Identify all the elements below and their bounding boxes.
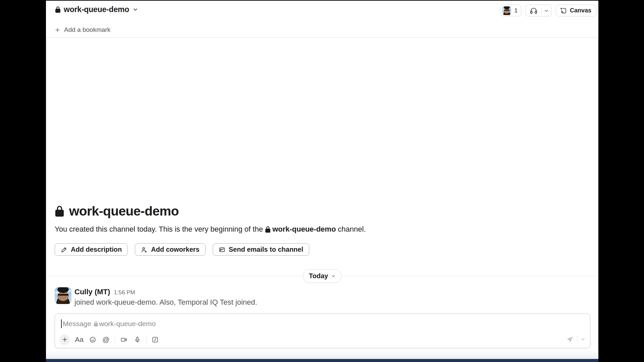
divider xyxy=(541,7,541,14)
message-body: Cully (MT) 1:56 PM joined work-queue-dem… xyxy=(74,287,257,307)
message-composer: Message work-queue-demo Aa @ xyxy=(55,313,590,348)
plus-icon xyxy=(55,27,60,33)
pencil-icon xyxy=(61,246,67,253)
at-sign-icon: @ xyxy=(102,336,109,344)
channel-title: work-queue-demo xyxy=(64,5,129,14)
plus-icon xyxy=(62,337,68,343)
mention-button[interactable]: @ xyxy=(99,334,113,345)
add-bookmark-button[interactable]: Add a bookmark xyxy=(55,26,110,34)
message-input[interactable]: Message work-queue-demo xyxy=(61,319,584,329)
channel-title-button[interactable]: work-queue-demo xyxy=(55,5,138,14)
video-camera-icon xyxy=(120,336,127,343)
canvas-icon xyxy=(560,7,567,14)
date-divider: Today xyxy=(46,269,598,283)
chevron-down-icon[interactable] xyxy=(544,8,549,13)
video-clip-button[interactable] xyxy=(117,334,130,345)
intro-description-channel: work-queue-demo xyxy=(272,224,336,234)
text-caret xyxy=(61,319,62,328)
slash-commands-button[interactable] xyxy=(148,334,162,345)
message-row: Cully (MT) 1:56 PM joined work-queue-dem… xyxy=(55,287,257,307)
format-text-icon: Aa xyxy=(75,336,84,344)
canvas-label: Canvas xyxy=(570,7,591,14)
divider xyxy=(146,336,146,344)
send-options-chevron[interactable] xyxy=(581,337,585,342)
date-pill-button[interactable]: Today xyxy=(303,269,341,283)
message-timestamp[interactable]: 1:56 PM xyxy=(114,289,135,296)
email-icon xyxy=(219,246,225,253)
message-avatar[interactable] xyxy=(55,287,71,304)
message-username[interactable]: Cully (MT) xyxy=(74,288,110,296)
footer-gradient xyxy=(46,349,598,358)
header-actions: 1 Canvas xyxy=(501,5,596,16)
add-description-label: Add description xyxy=(71,246,122,253)
chevron-down-icon xyxy=(331,274,335,278)
intro-channel-title: work-queue-demo xyxy=(69,204,179,219)
canvas-button[interactable]: Canvas xyxy=(556,5,596,16)
bottom-navy-bar xyxy=(46,359,598,362)
audio-clip-button[interactable] xyxy=(130,334,144,345)
divider xyxy=(115,336,115,344)
intro-description-suffix: channel. xyxy=(338,224,366,234)
member-count: 1 xyxy=(514,7,517,14)
intro-description-prefix: You created this channel today. This is … xyxy=(55,224,263,234)
intro-actions: Add description Add coworkers Send email… xyxy=(55,243,366,256)
send-emails-button[interactable]: Send emails to channel xyxy=(213,243,309,256)
send-button[interactable] xyxy=(566,336,574,343)
intro-title-row: work-queue-demo xyxy=(55,204,366,219)
add-description-button[interactable]: Add description xyxy=(55,243,128,256)
message-text: joined work-queue-demo. Also, Temporal I… xyxy=(74,298,257,307)
microphone-icon xyxy=(134,336,141,343)
slash-command-icon xyxy=(152,336,159,343)
screenshot-stage: work-queue-demo Add a bookmark 1 xyxy=(0,0,644,362)
smiley-icon xyxy=(89,336,96,343)
send-emails-label: Send emails to channel xyxy=(229,246,303,253)
private-channel-lock-icon xyxy=(55,6,61,13)
formatting-button[interactable]: Aa xyxy=(72,334,86,345)
huddle-button[interactable] xyxy=(525,5,552,16)
attach-plus-button[interactable] xyxy=(59,335,70,345)
date-pill-label: Today xyxy=(309,272,328,280)
slack-window: work-queue-demo Add a bookmark 1 xyxy=(46,1,598,362)
add-coworkers-label: Add coworkers xyxy=(151,246,199,253)
add-person-icon xyxy=(141,246,148,253)
members-button[interactable]: 1 xyxy=(501,5,521,16)
private-channel-lock-icon xyxy=(265,226,271,233)
channel-header: work-queue-demo Add a bookmark 1 xyxy=(46,1,598,38)
composer-placeholder-channel: work-queue-demo xyxy=(99,320,156,328)
message-meta: Cully (MT) 1:56 PM xyxy=(74,288,257,296)
private-channel-lock-icon xyxy=(94,321,98,327)
chevron-down-icon xyxy=(133,7,138,12)
emoji-button[interactable] xyxy=(86,334,99,345)
composer-placeholder-prefix: Message xyxy=(63,320,91,328)
member-avatar xyxy=(502,6,511,15)
add-coworkers-button[interactable]: Add coworkers xyxy=(135,243,205,256)
channel-intro: work-queue-demo You created this channel… xyxy=(55,204,366,256)
add-bookmark-label: Add a bookmark xyxy=(64,26,110,34)
intro-description: You created this channel today. This is … xyxy=(55,224,366,234)
divider xyxy=(577,335,577,343)
headphones-icon xyxy=(530,7,538,15)
send-controls xyxy=(566,334,585,345)
composer-toolbar: Aa @ xyxy=(59,334,162,345)
private-channel-lock-icon xyxy=(55,205,64,217)
